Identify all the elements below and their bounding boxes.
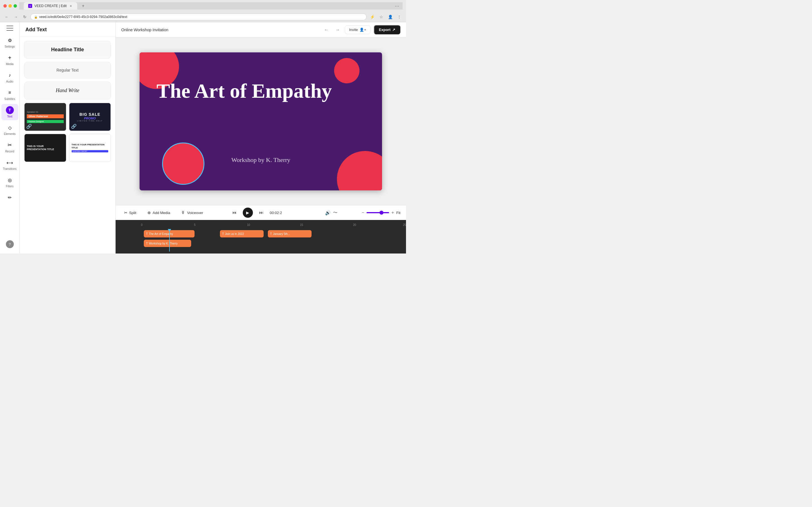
- window-control[interactable]: ⋯: [395, 3, 399, 9]
- address-bar: ← → ↻ 🔒 veed.io/edit/0e4e2277-6f45-45c3-…: [0, 12, 406, 22]
- panel-header: Add Text: [20, 22, 115, 36]
- refresh-button[interactable]: ↻: [21, 13, 28, 20]
- sidebar-item-draw[interactable]: ✏: [1, 191, 18, 204]
- back-button[interactable]: ←: [3, 13, 10, 20]
- subtitles-icon: ≡: [6, 89, 14, 97]
- sidebar-item-filters[interactable]: ◎ Filters: [1, 174, 18, 190]
- split-button[interactable]: ✂ Split: [121, 209, 139, 217]
- redo-button[interactable]: →: [334, 26, 342, 34]
- voiceover-button[interactable]: 🎙 Voiceover: [179, 209, 206, 217]
- media-icon: +: [6, 54, 14, 62]
- zoom-in-button[interactable]: +: [391, 210, 394, 215]
- active-tab[interactable]: V VEED CREATE | Edit ✕: [24, 2, 77, 10]
- sale-template-card[interactable]: BIG SALE PROMO LIMITED TIME ONLY 🔗: [69, 103, 111, 131]
- sidebar-item-audio[interactable]: ♪ Audio: [1, 69, 18, 86]
- canvas-subtitle: Workshop by K. Therry: [156, 156, 365, 164]
- pres1-template-card[interactable]: THIS IS YOUR PRESENTATION TITLE: [24, 134, 66, 162]
- sidebar-item-record[interactable]: ✂ Record: [1, 139, 18, 155]
- forward-button[interactable]: →: [12, 13, 19, 20]
- browser-chrome: V VEED CREATE | Edit ✕ + ⋯ ← → ↻ 🔒 veed.…: [0, 0, 406, 22]
- sidebar-item-transitions[interactable]: ⟷ Transitions: [1, 156, 18, 173]
- timeline-tracks: T The Art of Empathy T Join us in 2022 T…: [116, 229, 406, 251]
- link-icon-2: 🔗: [71, 124, 77, 129]
- bookmark-button[interactable]: ☆: [378, 13, 385, 20]
- waveform-icon[interactable]: 〜: [333, 210, 338, 216]
- tab-close-button[interactable]: ✕: [69, 4, 73, 8]
- zoom-control: − + Fit: [362, 210, 400, 215]
- pres2-template-card[interactable]: THIS IS YOUR PRESENTATION TITLE QUARTERL…: [69, 134, 111, 162]
- track-1: T The Art of Empathy T Join us in 2022 T…: [121, 230, 400, 238]
- skip-back-button[interactable]: ⏮: [231, 209, 238, 217]
- text-panel: Add Text Headline Title Regular Text Han…: [20, 22, 116, 253]
- sidebar-item-help[interactable]: ?: [1, 238, 18, 250]
- canvas[interactable]: The Art of Empathy Workshop by K. Therry: [140, 52, 382, 190]
- ruler-25: 25: [403, 223, 406, 226]
- clip-january[interactable]: T January 5th...: [268, 230, 312, 237]
- volume-icon[interactable]: 🔊: [325, 210, 331, 216]
- elements-icon: ◇: [6, 124, 14, 131]
- sidebar-item-elements[interactable]: ◇ Elements: [1, 121, 18, 138]
- speaker-template-content: Speaker 01 Oliver Patterson Fashion Desi…: [27, 111, 64, 123]
- new-tab-button[interactable]: +: [82, 3, 84, 8]
- pres2-badge: QUARTERLY REPORT: [71, 150, 109, 152]
- regular-label: Regular Text: [56, 68, 79, 72]
- zoom-out-button[interactable]: −: [362, 210, 364, 215]
- regular-text-card[interactable]: Regular Text: [24, 62, 111, 78]
- profile-button[interactable]: 👤: [387, 13, 394, 20]
- add-media-button[interactable]: ⊕ Add Media: [145, 209, 173, 217]
- clip-join[interactable]: T Join us in 2022: [220, 230, 264, 237]
- track-2: T Workshop by K. Therry: [121, 240, 400, 248]
- sale-promo-text: PROMO: [77, 117, 103, 120]
- skip-forward-button[interactable]: ⏭: [257, 209, 265, 217]
- playhead: [169, 229, 170, 251]
- sidebar-label-filters: Filters: [6, 185, 13, 188]
- zoom-label: Fit: [396, 211, 400, 215]
- sidebar-label-audio: Audio: [6, 80, 13, 83]
- sidebar-label-settings: Settings: [4, 45, 15, 48]
- ruler-10: 10: [247, 223, 250, 226]
- help-icon: ?: [6, 240, 14, 248]
- url-bar[interactable]: 🔒 veed.io/edit/0e4e2277-6f45-45c3-9294-7…: [31, 13, 366, 20]
- browser-titlebar: V VEED CREATE | Edit ✕ + ⋯: [0, 0, 406, 12]
- extensions-button[interactable]: ⚡: [369, 13, 375, 20]
- export-button[interactable]: Export ↗: [374, 25, 400, 34]
- volume-control: 🔊 〜: [325, 210, 338, 216]
- ruler-20: 20: [353, 223, 356, 226]
- sidebar-item-subtitles[interactable]: ≡ Subtitles: [1, 87, 18, 103]
- project-name: Online Workshop Invitation: [121, 27, 168, 32]
- handwrite-text-card[interactable]: Hand Write: [24, 82, 111, 100]
- sidebar-item-settings[interactable]: ⚙ Settings: [1, 34, 18, 50]
- clip-text-icon: T: [146, 232, 148, 235]
- pres2-title-text: THIS IS YOUR PRESENTATION TITLE: [71, 144, 109, 149]
- sidebar-item-media[interactable]: + Media: [1, 52, 18, 68]
- speaker-template-card[interactable]: Speaker 01 Oliver Patterson Fashion Desi…: [24, 103, 66, 131]
- play-button[interactable]: ▶: [243, 208, 253, 218]
- maximize-button[interactable]: [13, 4, 17, 8]
- ruler-marks: 0 5 10 15 20 25: [141, 223, 406, 229]
- menu-button[interactable]: ⋮: [396, 13, 403, 20]
- headline-text-card[interactable]: Headline Title: [24, 41, 111, 59]
- clip-workshop[interactable]: T Workshop by K. Therry: [144, 240, 191, 247]
- split-label: Split: [129, 211, 136, 215]
- sale-big-text: BIG SALE: [77, 112, 103, 117]
- canvas-area: The Art of Empathy Workshop by K. Therry: [116, 38, 406, 205]
- sidebar-hamburger-button[interactable]: [6, 25, 13, 31]
- zoom-slider[interactable]: [366, 212, 389, 213]
- circle-top-right: [334, 58, 359, 83]
- split-icon: ✂: [124, 210, 128, 215]
- undo-button[interactable]: ←: [322, 26, 330, 34]
- main-area: Online Workshop Invitation ← → Invite 👤+…: [116, 22, 406, 253]
- sidebar-item-text[interactable]: T Text: [1, 104, 18, 120]
- tab-title: VEED CREATE | Edit: [35, 4, 66, 8]
- bottom-toolbar: ✂ Split ⊕ Add Media 🎙 Voiceover ⏮ ▶ ⏭ 00…: [116, 205, 406, 220]
- ruler-5: 5: [194, 223, 196, 226]
- add-media-icon: ⊕: [147, 210, 151, 215]
- invite-button[interactable]: Invite 👤+: [345, 25, 370, 34]
- selected-circle[interactable]: [162, 143, 204, 185]
- filters-icon: ◎: [6, 176, 14, 184]
- clip-january-label: January 5th...: [273, 232, 290, 235]
- speaker-title-box: Fashion Designer: [27, 120, 64, 123]
- pres1-content: THIS IS YOUR PRESENTATION TITLE: [27, 145, 64, 151]
- close-button[interactable]: [3, 4, 7, 8]
- minimize-button[interactable]: [8, 4, 12, 8]
